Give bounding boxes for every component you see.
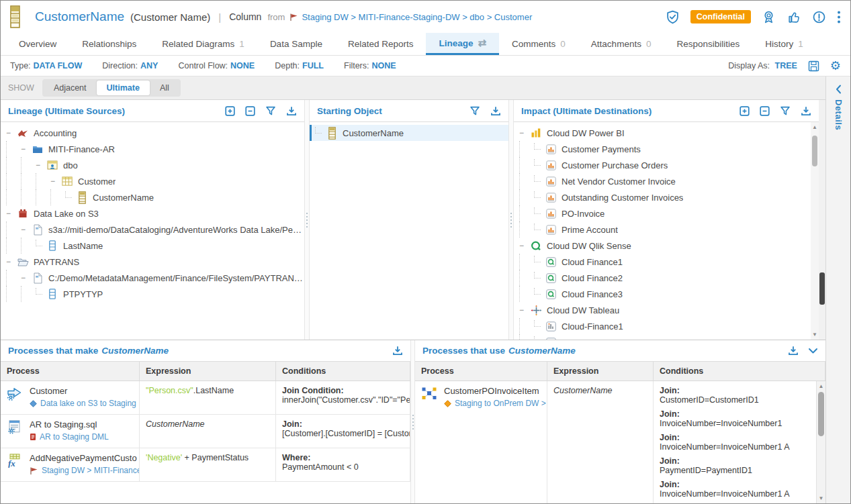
collapse-node-toggle[interactable]: −: [6, 128, 16, 138]
scrollbar-thumb[interactable]: [819, 272, 825, 305]
tab-relationships[interactable]: Relationships: [69, 33, 149, 55]
collapse-node-toggle[interactable]: −: [50, 177, 60, 186]
panel-splitter[interactable]: [508, 100, 514, 340]
filter-value[interactable]: DATA FLOW: [34, 61, 83, 70]
tree-node-cloud-finance2[interactable]: Cloud-Finance2: [514, 334, 819, 340]
collapse-node-toggle[interactable]: −: [21, 273, 31, 283]
shield-check-icon[interactable]: [666, 10, 680, 24]
tree-node-data-lake-on-s3[interactable]: −Data Lake on S3: [1, 205, 304, 221]
tree-node-paytrans[interactable]: −PAYTRANS: [1, 254, 304, 270]
scrollbar-thumb[interactable]: [812, 136, 817, 166]
tree-node-dbo[interactable]: −dbo: [1, 157, 304, 173]
collapse-node-toggle[interactable]: −: [36, 160, 46, 170]
tab-data-sample[interactable]: Data Sample: [257, 33, 335, 55]
kebab-menu-icon[interactable]: [837, 10, 841, 24]
save-icon[interactable]: [808, 60, 819, 72]
tree-node-lastname[interactable]: LastName: [1, 238, 304, 254]
filter-value[interactable]: FULL: [302, 61, 324, 70]
scroll-up-arrow[interactable]: ▲: [817, 383, 825, 389]
collapse-node-toggle[interactable]: −: [6, 209, 16, 218]
filter-value[interactable]: ANY: [140, 61, 158, 70]
conditions-scrollbar[interactable]: ▲ ▼: [816, 381, 825, 503]
thumbs-up-icon[interactable]: [787, 10, 801, 24]
tab-related-diagrams[interactable]: Related Diagrams1: [149, 33, 257, 55]
tree-node-customer-purchase-orders[interactable]: Customer Purchase Orders: [514, 157, 819, 173]
tree-node-miti-finance-ar[interactable]: −MITI-Finance-AR: [1, 141, 304, 157]
tree-node-outstanding-customer-invoices[interactable]: Outstanding Customer Invoices: [514, 189, 819, 205]
tree-node-cloud-finance2[interactable]: Cloud Finance2: [514, 270, 819, 286]
expand-all-icon[interactable]: [225, 106, 235, 116]
panel-splitter[interactable]: [410, 340, 415, 503]
scrollbar-thumb[interactable]: [818, 392, 824, 436]
show-option-adjacent[interactable]: Adjacent: [44, 81, 97, 95]
download-icon[interactable]: [490, 106, 501, 116]
tree-node-customername[interactable]: CustomerName: [310, 125, 508, 141]
download-icon[interactable]: [801, 106, 811, 116]
tree-node-accounting[interactable]: −Accounting: [1, 125, 304, 141]
gear-icon[interactable]: ⚙: [830, 58, 841, 73]
tree-guide: [6, 270, 21, 286]
alert-circle-icon[interactable]: [812, 10, 826, 24]
process-link[interactable]: Staging to OnPrem DW > S: [444, 399, 547, 408]
tab-responsibilities[interactable]: Responsibilities: [664, 33, 752, 55]
impact-scrollbar[interactable]: ▲ ▼: [811, 122, 819, 340]
collapse-node-toggle[interactable]: −: [21, 225, 31, 234]
tree-node-customername[interactable]: CustomerName: [1, 189, 304, 205]
process-link[interactable]: AR to Staging DML: [30, 432, 109, 442]
tree-node-ptpytyp[interactable]: PTPYTYP: [1, 286, 304, 302]
award-ribbon-icon[interactable]: [762, 10, 776, 24]
tree-node-cloud-dw-tableau[interactable]: −Cloud DW Tableau: [514, 302, 819, 318]
show-option-ultimate[interactable]: Ultimate: [97, 81, 150, 95]
tab-overview[interactable]: Overview: [6, 33, 69, 55]
tree-node-customer-payments[interactable]: Customer Payments: [514, 141, 819, 157]
tree-node-c-demo-metadatamanagement-finance-filesystem-paytrans-p[interactable]: −”C:/Demo/MetadataManagement/Finance/Fil…: [1, 270, 304, 286]
tree-leaf-connector: [534, 143, 541, 150]
scroll-down-arrow[interactable]: ▼: [817, 495, 825, 501]
panel-splitter[interactable]: [304, 100, 310, 340]
starting-tree: CustomerName: [310, 122, 508, 340]
collapse-all-icon[interactable]: [760, 106, 770, 116]
tree-node-cloud-finance3[interactable]: Cloud Finance3: [514, 286, 819, 302]
tree-node-cloud-finance1[interactable]: Cloud-Finance1: [514, 318, 819, 334]
tree-leaf-connector: [534, 336, 541, 340]
tab-lineage[interactable]: Lineage⇄: [426, 33, 499, 55]
show-option-all[interactable]: All: [150, 81, 179, 95]
download-icon[interactable]: [788, 346, 799, 356]
tree-node-prime-account[interactable]: Prime Account: [514, 221, 819, 238]
tree-node-cloud-finance1[interactable]: Cloud Finance1: [514, 254, 819, 270]
tree-node-customer[interactable]: −Customer: [1, 173, 304, 189]
tab-history[interactable]: History1: [752, 33, 816, 55]
download-icon[interactable]: [392, 346, 403, 356]
chevron-down-icon[interactable]: [808, 348, 818, 354]
filter-value[interactable]: NONE: [230, 61, 255, 70]
filter-value[interactable]: NONE: [372, 61, 396, 70]
tree-node-cloud-dw-power-bi[interactable]: −Cloud DW Power BI: [514, 125, 819, 141]
tab-comments[interactable]: Comments0: [499, 33, 578, 55]
tab-related-reports[interactable]: Related Reports: [335, 33, 427, 55]
breadcrumb[interactable]: Staging DW > MITI-Finance-Staging-DW > d…: [289, 12, 532, 22]
tab-attachments[interactable]: Attachments0: [578, 33, 664, 55]
details-rail-toggle[interactable]: Details: [825, 77, 850, 503]
collapse-node-toggle[interactable]: −: [519, 241, 529, 250]
filter-icon[interactable]: [780, 106, 791, 116]
collapse-node-toggle[interactable]: −: [519, 128, 529, 138]
tree-node-cloud-dw-qlik-sense[interactable]: −Cloud DW Qlik Sense: [514, 238, 819, 254]
tree-node-net-vendor-customer-invoice[interactable]: Net Vendor Customer Invoice: [514, 173, 819, 189]
display-as-value[interactable]: TREE: [775, 61, 797, 70]
panel-ultimate-sources: Lineage (Ultimate Sources) −Accounting−M…: [1, 100, 304, 340]
scroll-down-arrow[interactable]: ▼: [811, 332, 819, 338]
collapse-all-icon[interactable]: [245, 106, 255, 116]
tree-node-po-invoice[interactable]: PO-Invoice: [514, 205, 819, 221]
collapse-node-toggle[interactable]: −: [21, 144, 31, 154]
filter-icon[interactable]: [469, 106, 480, 116]
collapse-node-toggle[interactable]: −: [519, 305, 529, 315]
main-vertical-scrollbar[interactable]: [819, 100, 825, 340]
expand-all-icon[interactable]: [740, 106, 750, 116]
filter-icon[interactable]: [265, 106, 276, 116]
collapse-node-toggle[interactable]: −: [6, 257, 16, 266]
tree-node-s3a-miti-demo-datacataloging-adventureworks-data-lake-perso[interactable]: −”s3a://miti-demo/DataCataloging/Adventu…: [1, 221, 304, 238]
process-link[interactable]: Staging DW > MITI-Finance: [30, 466, 140, 475]
scroll-up-arrow[interactable]: ▲: [811, 124, 819, 130]
download-icon[interactable]: [286, 106, 297, 116]
process-link[interactable]: Data lake on S3 to Staging: [30, 399, 136, 408]
